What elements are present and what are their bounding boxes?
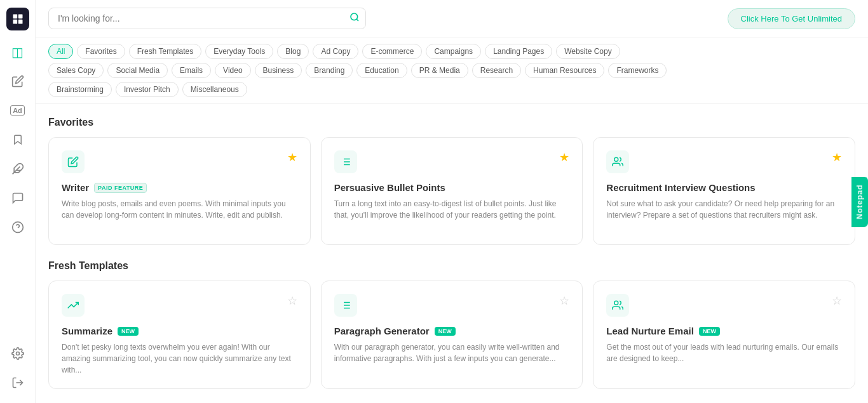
writer-icon (62, 150, 85, 173)
paragraph-badge: NEW (435, 327, 456, 336)
filter-pr-media[interactable]: PR & Media (411, 63, 468, 78)
sidebar-item-settings[interactable] (5, 341, 31, 366)
svg-point-10 (351, 13, 358, 20)
filter-education[interactable]: Education (356, 63, 407, 78)
bullet-icon (334, 150, 357, 173)
summarize-title: Summarize NEW (62, 326, 297, 336)
filter-favorites[interactable]: Favorites (77, 44, 125, 59)
filter-row-1: All Favorites Fresh Templates Everyday T… (48, 44, 855, 59)
filter-row-3: Brainstorming Investor Pitch Miscellaneo… (48, 82, 855, 97)
favorites-grid: ★ Writer PAID FEATURE Write blog posts, … (48, 137, 855, 245)
card-lead-header: ☆ (606, 294, 842, 317)
sidebar-item-bookmark[interactable] (5, 127, 31, 152)
writer-desc: Write blog posts, emails and even poems.… (62, 198, 297, 221)
lead-star[interactable]: ☆ (832, 294, 842, 308)
filter-human-resources[interactable]: Human Resources (525, 63, 604, 78)
filter-website-copy[interactable]: Website Copy (556, 44, 620, 59)
summarize-badge: NEW (118, 327, 139, 336)
lead-title: Lead Nurture Email NEW (606, 326, 842, 336)
svg-rect-0 (13, 15, 17, 19)
bullet-desc: Turn a long text into an easy-to-digest … (334, 198, 570, 221)
summarize-icon (62, 294, 85, 317)
notepad-tab[interactable]: Notepad (851, 176, 868, 227)
svg-point-25 (614, 301, 618, 305)
svg-line-11 (356, 19, 358, 21)
filter-business[interactable]: Business (255, 63, 302, 78)
paragraph-desc: With our paragraph generator, you can ea… (334, 341, 570, 364)
paragraph-star[interactable]: ☆ (559, 294, 569, 308)
card-summarize-header: ☆ (62, 294, 297, 317)
summarize-star[interactable]: ☆ (287, 294, 297, 308)
app-logo[interactable] (6, 8, 29, 30)
sidebar-item-help[interactable] (5, 215, 31, 240)
filters: All Favorites Fresh Templates Everyday T… (36, 37, 868, 104)
sidebar: ◫ Ad (0, 0, 36, 403)
filter-landing-pages[interactable]: Landing Pages (485, 44, 552, 59)
favorites-title: Favorites (48, 117, 855, 128)
filter-brainstorming[interactable]: Brainstorming (48, 82, 112, 97)
filter-all[interactable]: All (48, 44, 73, 59)
fresh-templates-grid: ☆ Summarize NEW Don't let pesky long tex… (48, 281, 855, 389)
sidebar-item-comment[interactable] (5, 185, 31, 211)
sidebar-item-puzzle[interactable] (5, 156, 31, 182)
paragraph-title: Paragraph Generator NEW (334, 326, 570, 336)
card-lead-nurture[interactable]: ☆ Lead Nurture Email NEW Get the most ou… (593, 281, 855, 389)
recruitment-desc: Not sure what to ask your candidate? Or … (606, 198, 842, 221)
filter-branding[interactable]: Branding (306, 63, 353, 78)
filter-video[interactable]: Video (215, 63, 250, 78)
fresh-templates-title: Fresh Templates (48, 260, 855, 272)
recruitment-icon (606, 150, 629, 173)
card-paragraph[interactable]: ☆ Paragraph Generator NEW With our parag… (321, 281, 583, 389)
card-summarize[interactable]: ☆ Summarize NEW Don't let pesky long tex… (48, 281, 311, 389)
filter-sales-copy[interactable]: Sales Copy (48, 63, 104, 78)
svg-rect-2 (13, 20, 17, 24)
summarize-desc: Don't let pesky long texts overwhelm you… (62, 341, 297, 376)
sidebar-item-layers[interactable]: ◫ (5, 39, 31, 65)
sidebar-item-edit[interactable] (5, 69, 31, 94)
card-writer-header: ★ (62, 150, 297, 173)
search-icon (349, 12, 360, 25)
svg-rect-1 (18, 15, 22, 19)
filter-miscellaneous[interactable]: Miscellaneous (182, 82, 247, 97)
svg-point-8 (16, 352, 19, 355)
filter-row-2: Sales Copy Social Media Emails Video Bus… (48, 63, 855, 78)
writer-title: Writer PAID FEATURE (62, 182, 297, 193)
filter-blog[interactable]: Blog (277, 44, 309, 59)
card-bullet-points[interactable]: ★ Persuasive Bullet Points Turn a long t… (321, 137, 583, 245)
lead-icon (606, 294, 629, 317)
sidebar-item-ad[interactable]: Ad (5, 98, 31, 123)
favorites-section: Favorites ★ Writer (48, 117, 855, 245)
filter-research[interactable]: Research (472, 63, 521, 78)
paragraph-icon (334, 294, 357, 317)
recruitment-star[interactable]: ★ (832, 150, 842, 164)
svg-rect-3 (18, 20, 22, 24)
bullet-star[interactable]: ★ (559, 150, 569, 164)
sidebar-item-logout[interactable] (5, 370, 31, 395)
filter-campaigns[interactable]: Campaigns (426, 44, 481, 59)
topbar: Click Here To Get Unlimited (36, 0, 868, 37)
filter-everyday-tools[interactable]: Everyday Tools (205, 44, 273, 59)
filter-social-media[interactable]: Social Media (107, 63, 168, 78)
writer-star[interactable]: ★ (287, 150, 297, 164)
content-area: Favorites ★ Writer (36, 104, 868, 403)
card-writer[interactable]: ★ Writer PAID FEATURE Write blog posts, … (48, 137, 311, 245)
card-paragraph-header: ☆ (334, 294, 570, 317)
filter-ad-copy[interactable]: Ad Copy (313, 44, 358, 59)
fresh-templates-section: Fresh Templates ☆ Summarize (48, 260, 855, 389)
filter-frameworks[interactable]: Frameworks (608, 63, 667, 78)
filter-ecommerce[interactable]: E-commerce (362, 44, 422, 59)
lead-desc: Get the most out of your leads with lead… (606, 341, 842, 364)
filter-investor-pitch[interactable]: Investor Pitch (116, 82, 179, 97)
filter-emails[interactable]: Emails (172, 63, 211, 78)
card-recruitment-header: ★ (606, 150, 842, 173)
unlimited-button[interactable]: Click Here To Get Unlimited (728, 8, 855, 29)
filter-fresh-templates[interactable]: Fresh Templates (129, 44, 201, 59)
card-recruitment[interactable]: ★ Recruitment Interview Questions Not su… (593, 137, 855, 245)
search-container (48, 8, 366, 29)
svg-point-18 (614, 157, 618, 161)
lead-badge: NEW (699, 327, 720, 336)
main-area: Click Here To Get Unlimited All Favorite… (36, 0, 868, 403)
recruitment-title: Recruitment Interview Questions (606, 182, 842, 193)
card-bullet-header: ★ (334, 150, 570, 173)
search-input[interactable] (48, 8, 366, 29)
